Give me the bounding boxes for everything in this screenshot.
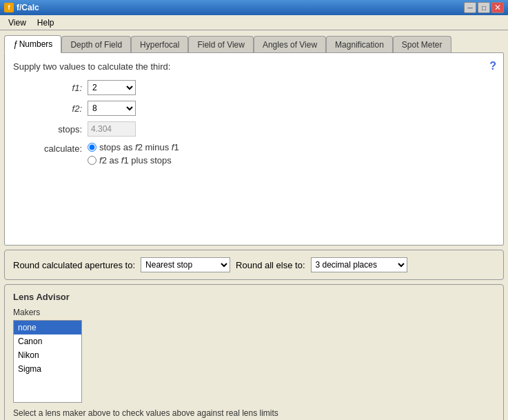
lens-hint: Select a lens maker above to check value… bbox=[13, 408, 495, 418]
maker-none[interactable]: none bbox=[14, 321, 81, 334]
maker-canon[interactable]: Canon bbox=[14, 334, 81, 348]
makers-list[interactable]: none Canon Nikon Sigma bbox=[13, 320, 82, 403]
f1-select[interactable]: 1 1.4 2 2.8 4 5.6 8 11 16 22 bbox=[88, 80, 136, 95]
tab-numbers-icon: ƒ bbox=[13, 39, 18, 49]
app-title: f/Calc bbox=[17, 3, 39, 12]
help-button[interactable]: ? bbox=[489, 60, 496, 72]
lens-advisor-title: Lens Advisor bbox=[13, 292, 495, 302]
round-apertures-select[interactable]: Nearest stop 1/2 stop 1/3 stop No roundi… bbox=[141, 257, 230, 272]
menu-view[interactable]: View bbox=[3, 17, 32, 29]
radio-f2-input[interactable] bbox=[88, 156, 96, 165]
round-panel: Round calculated apertures to: Nearest s… bbox=[4, 250, 504, 280]
calculate-label: calculate: bbox=[41, 142, 82, 154]
stops-input[interactable] bbox=[88, 121, 136, 137]
tab-spot-meter[interactable]: Spot Meter bbox=[393, 36, 451, 53]
f2-row: f2: 1 1.4 2 2.8 4 5.6 8 11 16 22 bbox=[13, 101, 495, 116]
app-icon: f bbox=[4, 3, 14, 12]
tab-bar: ƒNumbers Depth of Field Hyperfocal Field… bbox=[4, 34, 504, 52]
tab-angles-of-view[interactable]: Angles of View bbox=[254, 36, 326, 53]
round-apertures-label: Round calculated apertures to: bbox=[13, 260, 135, 270]
supply-text: Supply two values to calculate the third… bbox=[13, 61, 495, 72]
maximize-button[interactable]: □ bbox=[478, 2, 490, 13]
stops-label: stops: bbox=[41, 124, 82, 134]
minimize-button[interactable]: ─ bbox=[464, 2, 476, 13]
round-else-label: Round all else to: bbox=[236, 260, 305, 270]
f2-label: f2: bbox=[41, 103, 82, 114]
f1-row: f1: 1 1.4 2 2.8 4 5.6 8 11 16 22 bbox=[13, 80, 495, 95]
tab-content-numbers: Supply two values to calculate the third… bbox=[4, 52, 504, 246]
tab-magnification[interactable]: Magnification bbox=[326, 36, 393, 53]
main-window: ƒNumbers Depth of Field Hyperfocal Field… bbox=[0, 30, 508, 420]
tab-field-of-view[interactable]: Field of View bbox=[188, 36, 253, 53]
f1-label: f1: bbox=[41, 83, 82, 93]
maker-nikon[interactable]: Nikon bbox=[14, 348, 81, 362]
menu-bar: View Help bbox=[0, 15, 508, 30]
menu-help[interactable]: Help bbox=[32, 17, 60, 29]
tab-depth-of-field[interactable]: Depth of Field bbox=[61, 36, 131, 53]
makers-label: Makers bbox=[13, 308, 495, 317]
tab-numbers[interactable]: ƒNumbers bbox=[4, 35, 61, 53]
calculate-row: calculate: stops as f2 minus f1 f2 as f1… bbox=[13, 142, 495, 166]
radio-stops-as-f2-minus-f1[interactable]: stops as f2 minus f1 bbox=[88, 142, 179, 152]
lens-advisor-panel: Lens Advisor Makers none Canon Nikon Sig… bbox=[4, 284, 504, 420]
round-decimal-select[interactable]: 3 decimal places 2 decimal places 1 deci… bbox=[311, 257, 407, 272]
radio-group: stops as f2 minus f1 f2 as f1 plus stops bbox=[88, 142, 179, 166]
stops-row: stops: bbox=[13, 121, 495, 137]
title-controls: ─ □ ✕ bbox=[464, 2, 504, 13]
radio-stops-input[interactable] bbox=[88, 143, 96, 152]
f2-select[interactable]: 1 1.4 2 2.8 4 5.6 8 11 16 22 bbox=[88, 101, 136, 116]
maker-sigma[interactable]: Sigma bbox=[14, 362, 81, 376]
close-button[interactable]: ✕ bbox=[491, 2, 504, 13]
title-bar: f f/Calc ─ □ ✕ bbox=[0, 0, 508, 15]
tab-hyperfocal[interactable]: Hyperfocal bbox=[131, 36, 188, 53]
title-bar-left: f f/Calc bbox=[4, 3, 39, 12]
radio-f2-as-f1-plus-stops[interactable]: f2 as f1 plus stops bbox=[88, 155, 179, 166]
